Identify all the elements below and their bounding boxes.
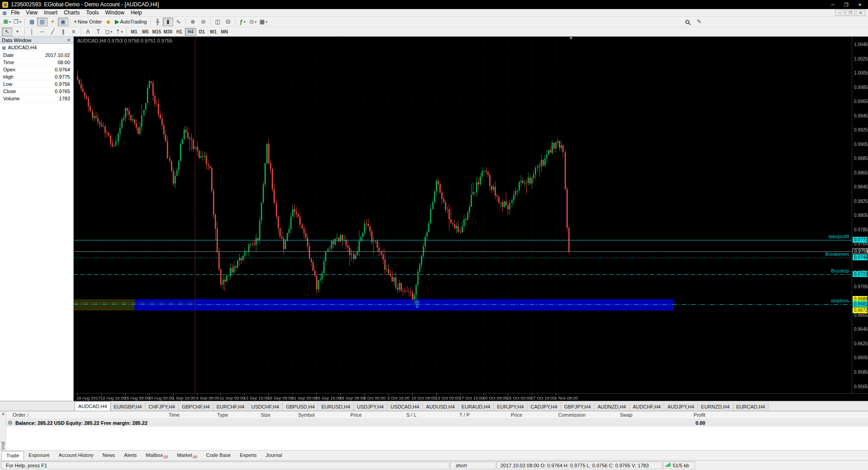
new-order-button[interactable]: +New Order [72,18,103,26]
terminal-tab-news[interactable]: News [98,451,120,460]
tile-windows-button[interactable]: ◫ [212,18,223,26]
text-tool-button[interactable]: A [83,28,93,36]
autotrading-button[interactable]: ▶AutoTrading [113,18,148,26]
new-chart-button[interactable]: ⊞▾ [2,18,12,26]
symbol-tab-eurcadh4[interactable]: EURCAD,H4 [733,402,769,411]
shapes-button[interactable]: ◻▾ [104,28,114,36]
close-button[interactable]: ✕ [854,1,866,8]
terminal-column-time-1[interactable]: Time [149,412,199,418]
timeframe-m30-button[interactable]: M30 [162,28,174,36]
minimize-button[interactable]: ─ [827,1,839,8]
symbol-tab-audcadh4[interactable]: AUDCAD,H4 [75,401,111,411]
zoom-in-button[interactable]: ⊕ [188,18,198,26]
timeframe-m1-button[interactable]: M1 [128,28,140,36]
cursor-tool-button[interactable]: ↖ [2,28,12,36]
symbol-tab-usdcadh4[interactable]: USDCAD,H4 [387,402,423,411]
trendline-button[interactable]: ╱ [47,28,58,36]
price-axis[interactable]: 1.00451.00251.00050.99850.99650.99450.99… [852,37,868,393]
terminal-button[interactable]: ▣ [58,18,68,26]
terminal-column-order-0[interactable]: Order/ [6,412,149,418]
templates-button[interactable]: ▦▾ [258,18,269,26]
vertical-line-button[interactable]: │ [27,28,37,36]
symbol-tab-audnzdh4[interactable]: AUDNZD,H4 [594,402,630,411]
candlestick-chart-button[interactable]: ▮ [163,18,173,26]
chart-close-button[interactable]: ✕ [856,9,865,16]
terminal-tab-market[interactable]: Market26 [172,451,202,460]
line-chart-button[interactable]: ∿ [173,18,184,26]
channel-button[interactable]: ∥ [58,28,68,36]
terminal-close-icon[interactable]: ✕ [0,411,6,416]
menu-file[interactable]: File [8,9,23,16]
status-connection-section[interactable]: 51/5 kb [663,461,695,469]
label-tool-button[interactable]: T [93,28,104,36]
periods-button[interactable]: ⊙▾ [248,18,258,26]
symbol-tab-gbpjpyh4[interactable]: GBPJPY,H4 [561,402,594,411]
chart-restore-button[interactable]: ❐ [845,9,855,16]
terminal-column-size-3[interactable]: Size [246,412,285,418]
bar-chart-button[interactable]: ╫ [152,18,163,26]
terminal-column-type-2[interactable]: Type [199,412,246,418]
feedback-button[interactable]: ✎ [694,18,704,26]
symbol-tab-eurusdh4[interactable]: EURUSD,H4 [318,402,354,411]
indicators-button[interactable]: ƒ▾ [237,18,248,26]
terminal-column-symbol-4[interactable]: Symbol [285,412,328,418]
menu-charts[interactable]: Charts [61,9,83,16]
terminal-tab-alerts[interactable]: Alerts [119,451,141,460]
timeframe-w1-button[interactable]: W1 [208,28,219,36]
terminal-column-commission-9[interactable]: Commission [542,412,601,418]
menu-insert[interactable]: Insert [41,9,61,16]
metaeditor-button[interactable]: ◆ [103,18,113,26]
arrows-button[interactable]: ⇡▾ [114,28,124,36]
terminal-tab-accounthistory[interactable]: Account History [54,451,98,460]
symbol-tab-usdjpyh4[interactable]: USDJPY,H4 [354,402,387,411]
terminal-tab-trade[interactable]: Trade [1,451,24,460]
terminal-tab-mailbox[interactable]: Mailbox20 [141,451,172,460]
terminal-column-profit-11[interactable]: Profit [651,412,731,418]
symbol-tab-gbpusdh4[interactable]: GBPUSD,H4 [283,402,318,411]
balance-row[interactable]: Balance: 285.22 USD Equity: 285.22 Free … [6,419,868,427]
crosshair-tool-button[interactable]: + [12,28,23,36]
menu-help[interactable]: Help [127,9,145,16]
timeframe-d1-button[interactable]: D1 [196,28,208,36]
symbol-tab-eurchfh4[interactable]: EURCHF,H4 [213,402,248,411]
fibonacci-button[interactable]: ≡ [68,28,79,36]
symbol-tab-usdchfh4[interactable]: USDCHF,H4 [248,402,283,411]
timeframe-h4-button[interactable]: H4 [185,28,196,36]
menu-view[interactable]: View [23,9,41,16]
chart-minimize-button[interactable]: ─ [835,9,844,16]
menu-tools[interactable]: Tools [83,9,102,16]
symbol-tab-gbpchfh4[interactable]: GBPCHF,H4 [179,402,213,411]
terminal-tab-codebase[interactable]: Code Base [202,451,235,460]
data-window-close-icon[interactable]: ✕ [66,38,71,42]
timeframe-mn-button[interactable]: MN [219,28,230,36]
restore-button[interactable]: ❐ [840,1,852,8]
terminal-column-sl-6[interactable]: S / L [384,412,439,418]
symbol-tab-cadjpyh4[interactable]: CADJPY,H4 [528,402,561,411]
terminal-column-tp-7[interactable]: T / P [439,412,491,418]
terminal-column-price-5[interactable]: Price [328,412,384,418]
timeframe-h1-button[interactable]: H1 [174,28,185,36]
symbol-tab-audusdh4[interactable]: AUDUSD,H4 [423,402,458,411]
symbol-tab-chfjpyh4[interactable]: CHFJPY,H4 [146,402,179,411]
time-axis[interactable]: 18 Aug 201722 Aug 16:0025 Aug 08:0030 Au… [74,393,868,401]
timeframe-m15-button[interactable]: M15 [151,28,162,36]
data-window-button[interactable]: ▤ [37,18,47,26]
timeframe-m5-button[interactable]: M5 [140,28,151,36]
profiles-button[interactable]: ❐▾ [12,18,23,26]
navigator-button[interactable]: ✦ [47,18,58,26]
market-watch-button[interactable]: ▦ [27,18,37,26]
symbol-tab-euraudh4[interactable]: EURAUD,H4 [458,402,494,411]
horizontal-line-button[interactable]: ─ [37,28,47,36]
symbol-tab-eurnzdh4[interactable]: EURNZD,H4 [698,402,733,411]
symbol-tab-eurjpyh4[interactable]: EURJPY,H4 [494,402,527,411]
terminal-column-price-8[interactable]: Price [491,412,542,418]
terminal-tab-experts[interactable]: Experts [235,451,261,460]
terminal-tab-journal[interactable]: Journal [261,451,287,460]
search-button[interactable] [682,18,693,26]
menu-window[interactable]: Window [102,9,128,16]
cascade-windows-button[interactable]: ⊟ [223,18,233,26]
symbol-tab-eurgbph4[interactable]: EURGBP,H4 [111,402,146,411]
price-chart[interactable] [74,37,852,393]
zoom-out-button[interactable]: ⊖ [198,18,208,26]
symbol-tab-audchfh4[interactable]: AUDCHF,H4 [630,402,665,411]
